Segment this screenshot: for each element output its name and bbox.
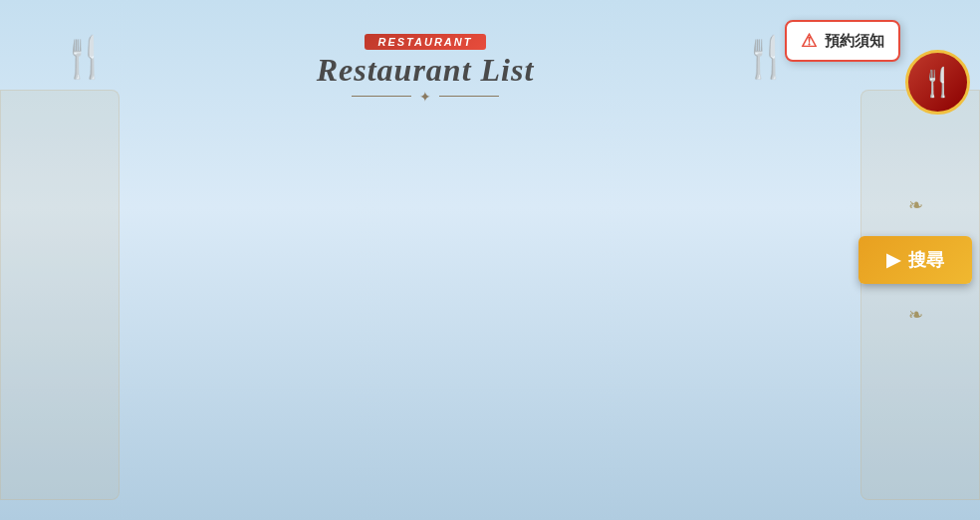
search-label: 搜尋 <box>908 248 944 272</box>
page-title: Restaurant List <box>317 52 535 89</box>
top-ornament: ❧ <box>908 194 923 216</box>
title-decoration: ✦ <box>317 89 535 105</box>
search-icon: ▶ <box>886 249 900 271</box>
search-button[interactable]: ▶ 搜尋 <box>858 236 972 284</box>
warning-icon: ⚠ <box>801 30 817 52</box>
header-title-box: RESTAURANT Restaurant List ✦ <box>317 32 535 107</box>
bottom-ornament: ❧ <box>908 304 923 326</box>
cutlery-right-icon: 🍴 <box>741 34 791 81</box>
notification-label: 預約須知 <box>825 32 884 51</box>
notification-bubble[interactable]: ⚠ 預約須知 <box>785 20 900 62</box>
left-decoration <box>0 90 120 500</box>
cutlery-left-icon: 🍴 <box>60 34 110 81</box>
right-panel: ❧ ▶ 搜尋 ❧ <box>851 0 980 520</box>
restaurant-badge: RESTAURANT <box>365 34 487 50</box>
header-banner: 🍴 RESTAURANT Restaurant List ✦ 🍴 <box>0 29 851 109</box>
